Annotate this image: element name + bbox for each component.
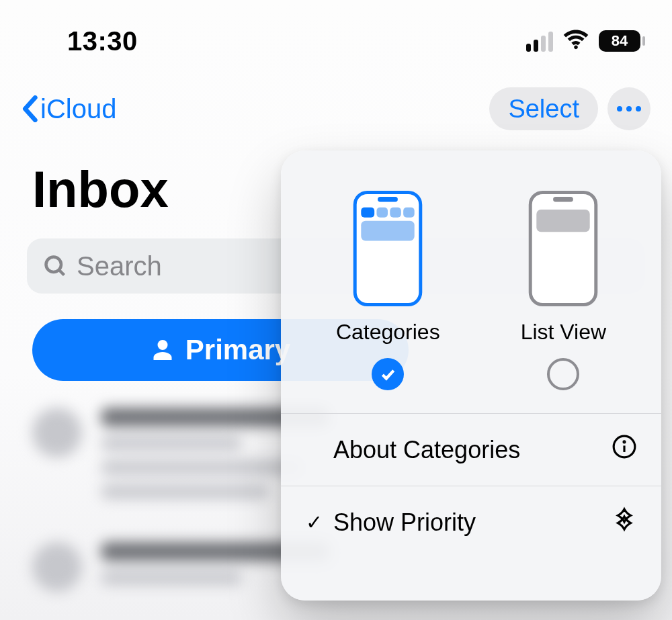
select-label: Select <box>508 95 579 124</box>
priority-icon <box>612 506 637 538</box>
radio-unchecked-icon <box>547 358 579 390</box>
svg-rect-11 <box>537 210 590 232</box>
cellular-signal-icon <box>526 30 553 52</box>
view-option-label: Categories <box>336 320 440 345</box>
search-placeholder: Search <box>77 251 162 281</box>
select-button[interactable]: Select <box>489 87 598 130</box>
person-icon <box>151 338 175 362</box>
wifi-icon <box>562 26 589 56</box>
info-icon <box>612 434 637 466</box>
svg-rect-6 <box>390 208 402 218</box>
back-label: iCloud <box>40 94 116 124</box>
status-bar: 13:30 84 <box>0 0 672 67</box>
view-option-label: List View <box>521 320 606 345</box>
chevron-left-icon <box>22 95 38 122</box>
svg-rect-4 <box>362 208 375 218</box>
svg-rect-10 <box>553 197 573 202</box>
search-icon <box>43 254 67 278</box>
back-button[interactable]: iCloud <box>22 94 116 124</box>
more-icon <box>615 106 643 112</box>
svg-rect-5 <box>377 208 388 218</box>
radio-checked-icon <box>372 358 404 390</box>
status-time: 13:30 <box>67 26 138 56</box>
battery-indicator: 84 <box>599 30 645 52</box>
tab-primary-label: Primary <box>185 334 290 366</box>
view-option-listview[interactable]: List View <box>521 191 606 390</box>
svg-rect-9 <box>531 192 597 304</box>
svg-line-1 <box>59 270 65 275</box>
menu-label: Show Priority <box>333 508 476 537</box>
more-button[interactable] <box>607 87 650 130</box>
menu-show-priority[interactable]: ✓ Show Priority <box>281 486 661 558</box>
view-options-popover: Categories List View About Categories <box>281 150 661 601</box>
nav-bar: iCloud Select <box>0 67 672 136</box>
categories-phone-icon <box>353 191 423 306</box>
svg-rect-7 <box>403 208 415 218</box>
listview-phone-icon <box>528 191 598 306</box>
svg-rect-3 <box>378 197 398 202</box>
menu-about-categories[interactable]: About Categories <box>281 414 661 486</box>
menu-label: About Categories <box>333 436 520 464</box>
view-option-categories[interactable]: Categories <box>336 191 440 390</box>
status-right: 84 <box>526 26 645 56</box>
battery-level: 84 <box>599 30 640 52</box>
svg-point-0 <box>46 257 62 273</box>
svg-rect-8 <box>362 221 415 241</box>
checkmark-icon: ✓ <box>305 511 323 534</box>
svg-point-14 <box>624 441 625 443</box>
